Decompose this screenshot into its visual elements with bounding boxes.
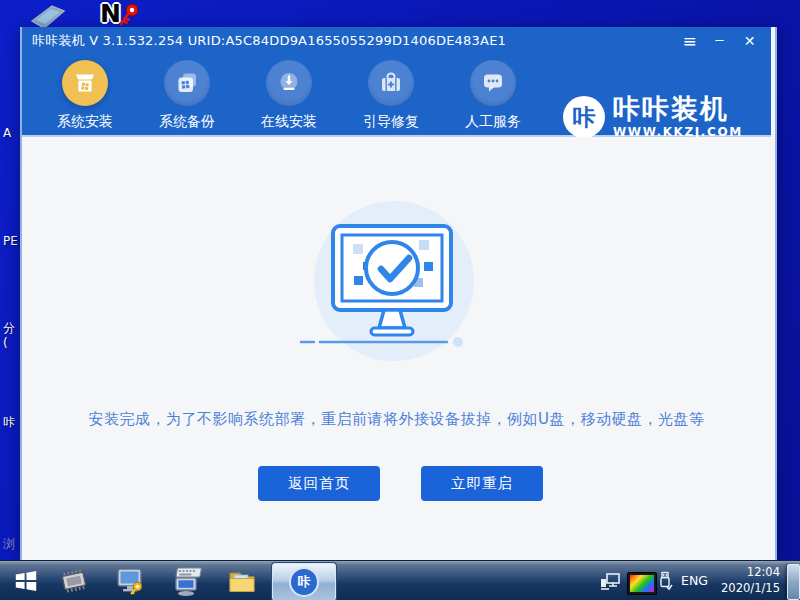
nav-bar: 系统安装 系统备份 xyxy=(22,55,771,137)
taskbar-keyboard-pc-app-icon[interactable] xyxy=(168,564,204,598)
tray-time: 12:04 xyxy=(706,564,780,580)
red-key-icon xyxy=(116,2,144,30)
brand-logo: 咔 咔咔装机 WWW.KKZJ.COM xyxy=(563,93,743,139)
nav-label: 引导修复 xyxy=(363,113,419,129)
restart-now-button[interactable]: 立即重启 xyxy=(421,466,543,501)
nav-item-system-install[interactable]: 系统安装 xyxy=(47,60,123,131)
windows-flag-icon xyxy=(13,568,39,594)
window-title: 咔咔装机 V 3.1.532.254 URID:A5C84DD9A1655055… xyxy=(22,32,506,50)
content-area: 安装完成，为了不影响系统部署，重启前请将外接设备拔掉，例如U盘，移动硬盘，光盘等… xyxy=(22,137,771,560)
language-indicator[interactable]: ENG xyxy=(681,573,708,588)
nav-item-human-service[interactable]: 人工服务 xyxy=(455,60,531,131)
toolbox-icon xyxy=(368,60,414,106)
desktop-label-fragment[interactable]: 咔 xyxy=(3,414,15,431)
nav-label: 人工服务 xyxy=(465,113,521,129)
nav-item-boot-repair[interactable]: 引导修复 xyxy=(353,60,429,131)
backup-windows-icon xyxy=(164,60,210,106)
nav-item-online-install[interactable]: 在线安装 xyxy=(251,60,327,131)
desktop-label-fragment[interactable]: ( xyxy=(3,336,8,350)
tray-date: 2020/1/15 xyxy=(706,580,780,596)
kaka-logo-icon: 咔 xyxy=(563,96,605,138)
nav-label: 系统备份 xyxy=(159,113,215,129)
taskbar-file-explorer-icon[interactable] xyxy=(224,564,260,598)
download-icon xyxy=(266,60,312,106)
taskbar-chip-app-icon[interactable] xyxy=(56,564,92,598)
desktop-label-fragment[interactable]: A xyxy=(3,126,11,140)
install-box-icon xyxy=(62,60,108,106)
taskbar: 咔 ENG 12:04 2020/1/15 xyxy=(0,560,800,600)
start-button[interactable] xyxy=(8,564,44,598)
clock-tray[interactable]: 12:04 2020/1/15 xyxy=(706,564,782,598)
chat-bubble-icon xyxy=(470,60,516,106)
desktop-n-key-icon[interactable]: N xyxy=(100,0,146,30)
desktop-label-fragment[interactable]: 浏 xyxy=(3,536,15,553)
nav-label: 在线安装 xyxy=(261,113,317,129)
kaka-taskbar-icon: 咔 xyxy=(289,567,319,597)
menu-icon[interactable]: ≡ xyxy=(681,28,698,54)
desktop-label-fragment[interactable]: PE xyxy=(3,234,18,248)
completion-message: 安装完成，为了不影响系统部署，重启前请将外接设备拔掉，例如U盘，移动硬盘，光盘等 xyxy=(22,410,771,429)
taskbar-locked-pc-app-icon[interactable] xyxy=(112,564,148,598)
return-home-button[interactable]: 返回首页 xyxy=(258,466,380,501)
app-window: 咔咔装机 V 3.1.532.254 URID:A5C84DD9A1655055… xyxy=(20,27,777,560)
title-bar: 咔咔装机 V 3.1.532.254 URID:A5C84DD9A1655055… xyxy=(22,27,771,55)
monitor-check-icon xyxy=(297,220,487,350)
nav-label: 系统安装 xyxy=(57,113,113,129)
taskbar-kaka-active-app[interactable]: 咔 xyxy=(272,563,336,600)
brand-name: 咔咔装机 xyxy=(613,93,743,124)
network-tray-icon[interactable] xyxy=(600,573,622,594)
show-desktop-button[interactable] xyxy=(787,564,800,600)
nav-item-system-backup[interactable]: 系统备份 xyxy=(149,60,225,131)
usb-tray-icon[interactable] xyxy=(657,571,673,595)
display-color-tray-icon[interactable] xyxy=(627,572,657,595)
close-icon[interactable]: ✕ xyxy=(741,28,758,54)
minimize-icon[interactable]: ─ xyxy=(711,28,728,54)
desktop-label-fragment[interactable]: 分 xyxy=(3,320,15,337)
